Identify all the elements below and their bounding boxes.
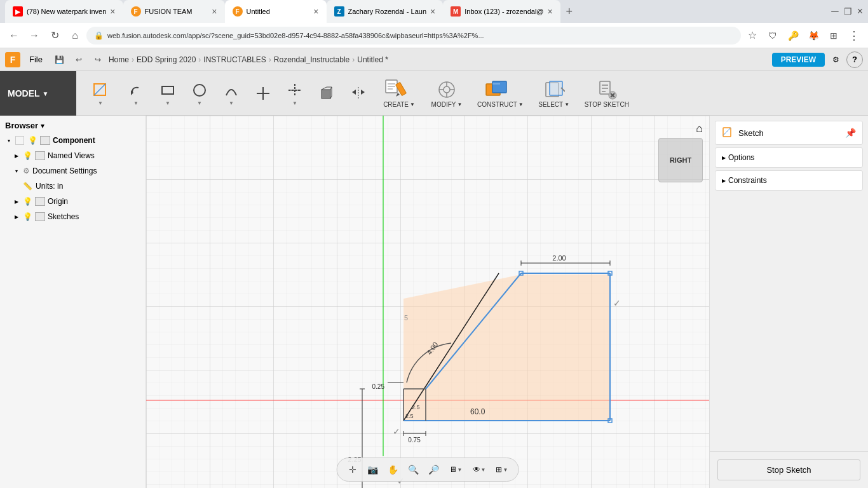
save-button[interactable]: 💾 [51, 51, 68, 68]
tab-linkedin-close[interactable]: × [430, 6, 435, 17]
named-views-expand[interactable]: ▶ [13, 152, 20, 159]
home-nav-button[interactable]: ⌂ [66, 27, 84, 44]
svg-rect-31 [550, 81, 562, 95]
toolbar-stop-sketch[interactable]: STOP SKETCH [580, 76, 634, 111]
tab-gmail[interactable]: M Inbox (123) - zrozendal@ × [443, 0, 560, 23]
toolbar-cross[interactable] [248, 81, 278, 106]
document-settings-expand[interactable]: ▾ [13, 167, 20, 175]
toolbar-spline[interactable]: ▼ [280, 78, 310, 109]
sketches-folder-icon [35, 212, 45, 221]
extension-btn-4[interactable]: ⊞ [825, 27, 843, 44]
camera-button[interactable]: 📷 [364, 461, 382, 478]
mirror-icon [348, 83, 369, 104]
minimize-button[interactable]: ─ [831, 6, 838, 17]
tab-fusion-team[interactable]: F FUSION TEAM × [123, 0, 225, 23]
constraints-header[interactable]: ▶ Constraints [715, 171, 862, 190]
toolbar-circle[interactable]: ▼ [184, 78, 215, 109]
breadcrumb-home[interactable]: Home [109, 55, 129, 64]
document-settings-gear-icon: ⚙ [23, 166, 30, 175]
breadcrumb-edd[interactable]: EDD Spring 2020 [137, 55, 196, 64]
canvas-area[interactable]: 2.00 2.25 0.25 4.00 60.0 0.75 2.5 2.5 5 … [146, 116, 709, 488]
toolbar-extrude[interactable] [311, 81, 342, 106]
new-tab-button[interactable]: + [560, 3, 578, 20]
sidebar-item-component[interactable]: ▾ 💡 Component [0, 133, 146, 148]
pan-button[interactable]: ✛ [344, 461, 362, 478]
toolbar-select[interactable]: SELECT ▼ [532, 76, 576, 111]
tab-youtube[interactable]: ▶ (78) New waterpark inven × [5, 0, 123, 23]
settings-icon[interactable]: ⚙ [827, 51, 844, 68]
breadcrumb-instructables[interactable]: INSTRUCTABLES [203, 55, 266, 64]
svg-rect-3 [162, 86, 173, 94]
sidebar-item-sketches[interactable]: ▶ 💡 Sketches [0, 209, 146, 224]
toolbar-create[interactable]: CREATE ▼ [377, 76, 421, 111]
pin-icon[interactable]: 📌 [845, 128, 856, 138]
tab-youtube-close[interactable]: × [110, 6, 115, 17]
browser-menu[interactable]: ⋮ [845, 27, 863, 44]
sidebar-browser-header[interactable]: Browser ▾ [0, 118, 146, 133]
svg-rect-10 [322, 90, 330, 98]
breadcrumb-rozendal[interactable]: Rozendal_Instructable [274, 55, 349, 64]
toolbar-modify[interactable]: MODIFY ▼ [424, 76, 469, 111]
bookmark-star[interactable]: ☆ [743, 27, 761, 44]
svg-rect-28 [492, 81, 506, 93]
view-cube-label: RIGHT [670, 156, 691, 164]
sidebar-item-named-views[interactable]: ▶ 💡 Named Views [0, 148, 146, 163]
stop-sketch-button[interactable]: Stop Sketch [717, 459, 860, 480]
home-view-button[interactable]: ⌂ [696, 122, 703, 135]
toolbar-rectangle[interactable]: ▼ [153, 78, 183, 109]
address-bar[interactable]: 🔒 web.fusion.autodesk.com/app/sc/?scene_… [86, 27, 741, 44]
preview-button[interactable]: PREVIEW [772, 53, 825, 67]
tab-gmail-close[interactable]: × [548, 6, 553, 17]
reload-button[interactable]: ↻ [46, 27, 64, 44]
sketches-expand[interactable]: ▶ [13, 213, 20, 220]
visual-style-button[interactable]: 👁 ▼ [469, 461, 490, 478]
toolbar-sketch-icon[interactable]: ▼ [81, 78, 119, 109]
help-icon[interactable]: ? [846, 51, 863, 68]
component-expand[interactable]: ▾ [5, 137, 13, 144]
forward-button[interactable]: → [25, 27, 43, 44]
tab-untitled-close[interactable]: × [313, 6, 318, 17]
toolbar-undo[interactable]: ▼ [121, 78, 151, 109]
redo-button[interactable]: ↪ [90, 51, 106, 68]
sidebar-item-units[interactable]: 📏 Units: in [0, 179, 146, 194]
view-cube-face[interactable]: RIGHT [658, 138, 703, 182]
undo-button[interactable]: ↩ [71, 51, 87, 68]
sidebar-item-origin[interactable]: ▶ 💡 Origin [0, 194, 146, 209]
panel-constraints-section: ▶ Constraints [715, 170, 863, 191]
svg-marker-14 [361, 90, 365, 95]
toolbar-mirror[interactable] [343, 81, 374, 106]
sidebar-item-document-settings[interactable]: ▾ ⚙ Document Settings [0, 163, 146, 179]
view-cube[interactable]: ⌂ RIGHT [658, 122, 703, 182]
extension-btn-1[interactable]: 🛡 [764, 27, 782, 44]
svg-line-83 [723, 128, 731, 135]
sidebar-expand-arrow: ▾ [41, 121, 44, 130]
zoom-fit-button[interactable]: 🔍 [405, 461, 423, 478]
model-selector[interactable]: MODEL ▼ [0, 71, 76, 116]
extension-btn-2[interactable]: 🔑 [784, 27, 802, 44]
options-header[interactable]: ▶ Options [715, 148, 862, 167]
fusion-team-favicon: F [131, 6, 141, 17]
breadcrumb-untitled[interactable]: Untitled * [357, 55, 388, 64]
toolbar-arc[interactable]: ▼ [216, 78, 247, 109]
extension-btn-3[interactable]: 🦊 [804, 27, 822, 44]
untitled-favicon: F [233, 6, 243, 17]
origin-expand[interactable]: ▶ [13, 198, 20, 205]
close-button[interactable]: × [857, 6, 863, 17]
hand-button[interactable]: ✋ [384, 461, 402, 478]
tab-untitled[interactable]: F Untitled × [225, 0, 327, 23]
file-menu[interactable]: File [23, 52, 49, 67]
back-button[interactable]: ← [5, 27, 23, 44]
tab-fusion-team-close[interactable]: × [212, 6, 217, 17]
toolbar-construct[interactable]: CONSTRUCT ▼ [472, 76, 529, 111]
sidebar: Browser ▾ ▾ 💡 Component ▶ 💡 Named Views … [0, 116, 146, 488]
linkedin-favicon: Z [334, 6, 344, 17]
display-mode-button[interactable]: 🖥 ▼ [445, 461, 466, 478]
component-visibility[interactable] [15, 136, 24, 145]
grid-button[interactable]: ⊞ ▼ [492, 461, 512, 478]
zoom-button[interactable]: 🔎 [425, 461, 443, 478]
sketch-section-header[interactable]: Sketch 📌 [715, 121, 862, 144]
tab-linkedin[interactable]: Z Zachary Rozendal - Laun × [327, 0, 444, 23]
named-views-label: Named Views [48, 151, 95, 160]
restore-button[interactable]: ❐ [844, 6, 852, 17]
main-toolbar: MODEL ▼ ▼ ▼ ▼ [0, 71, 868, 116]
